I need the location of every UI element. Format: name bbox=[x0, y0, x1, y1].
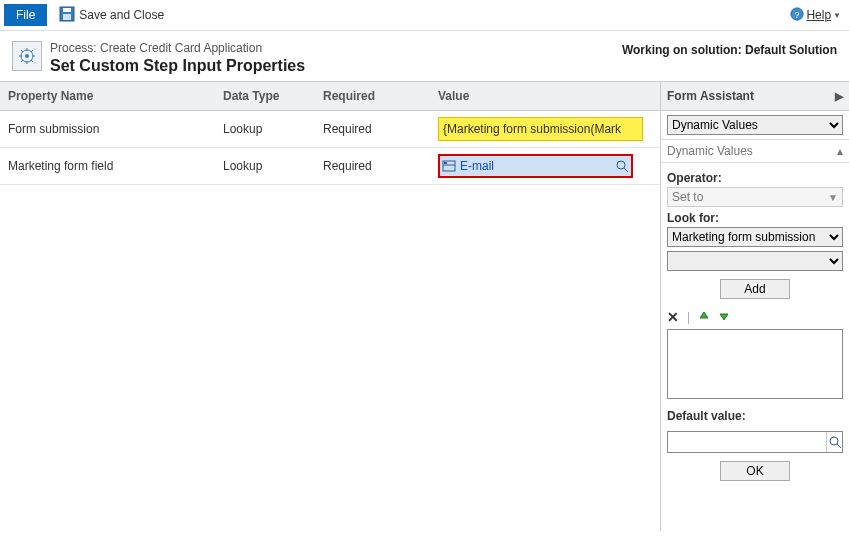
svg-text:?: ? bbox=[795, 9, 800, 19]
add-button[interactable]: Add bbox=[720, 279, 790, 299]
move-up-icon[interactable] bbox=[698, 310, 710, 325]
process-label: Process: Create Credit Card Application bbox=[50, 41, 305, 55]
process-icon bbox=[12, 41, 42, 71]
default-value-input-wrap bbox=[667, 431, 843, 453]
save-and-close-button[interactable]: Save and Close bbox=[55, 4, 168, 27]
collapse-icon: ▴ bbox=[837, 144, 843, 158]
look-for-attribute-select[interactable] bbox=[667, 251, 843, 271]
col-header-name[interactable]: Property Name bbox=[0, 89, 223, 103]
form-assistant-title: Form Assistant bbox=[667, 89, 754, 103]
form-assistant-panel: Form Assistant ▶ Dynamic Values Dynamic … bbox=[660, 82, 849, 531]
value-dynamic-token[interactable]: {Marketing form submission(Mark bbox=[438, 117, 643, 141]
dynamic-values-listbox[interactable] bbox=[667, 329, 843, 399]
top-toolbar: File Save and Close ? Help ▼ bbox=[0, 0, 849, 31]
dropdown-arrow-icon: ▼ bbox=[828, 192, 838, 203]
svg-rect-9 bbox=[444, 162, 447, 164]
svg-point-6 bbox=[25, 54, 29, 58]
save-icon bbox=[59, 6, 75, 25]
cell-required: Required bbox=[323, 159, 428, 173]
separator: | bbox=[687, 310, 690, 324]
assistant-mode-select[interactable]: Dynamic Values bbox=[667, 115, 843, 135]
cell-name: Form submission bbox=[0, 122, 223, 136]
help-label: Help bbox=[806, 8, 831, 22]
svg-point-12 bbox=[830, 437, 838, 445]
svg-point-10 bbox=[617, 161, 625, 169]
col-header-value[interactable]: Value bbox=[428, 89, 660, 103]
form-assistant-header[interactable]: Form Assistant ▶ bbox=[661, 82, 849, 111]
chevron-right-icon: ▶ bbox=[835, 90, 843, 103]
lookup-value-text: E-mail bbox=[458, 159, 613, 173]
cell-required: Required bbox=[323, 122, 428, 136]
default-value-input[interactable] bbox=[668, 432, 826, 452]
cell-type: Lookup bbox=[223, 122, 323, 136]
save-and-close-label: Save and Close bbox=[79, 8, 164, 22]
help-icon: ? bbox=[790, 7, 804, 24]
svg-line-11 bbox=[624, 168, 628, 172]
look-for-label: Look for: bbox=[667, 211, 843, 225]
cell-type: Lookup bbox=[223, 159, 323, 173]
grid-row: Marketing form field Lookup Required E-m… bbox=[0, 148, 660, 185]
ok-button[interactable]: OK bbox=[720, 461, 790, 481]
dropdown-arrow-icon: ▼ bbox=[833, 11, 841, 20]
col-header-required[interactable]: Required bbox=[323, 89, 428, 103]
svg-line-13 bbox=[837, 444, 841, 448]
grid-row: Form submission Lookup Required {Marketi… bbox=[0, 111, 660, 148]
col-header-type[interactable]: Data Type bbox=[223, 89, 323, 103]
properties-grid: Property Name Data Type Required Value F… bbox=[0, 82, 660, 531]
solution-label: Working on solution: Default Solution bbox=[622, 41, 837, 57]
operator-select[interactable]: Set to ▼ bbox=[667, 187, 843, 207]
move-down-icon[interactable] bbox=[718, 310, 730, 325]
value-lookup-field[interactable]: E-mail bbox=[438, 154, 633, 178]
dynamic-values-section-header[interactable]: Dynamic Values ▴ bbox=[661, 139, 849, 163]
lookup-search-icon[interactable] bbox=[613, 159, 631, 173]
default-value-lookup-icon[interactable] bbox=[826, 432, 842, 452]
entity-icon bbox=[440, 159, 458, 173]
default-value-label: Default value: bbox=[667, 409, 843, 423]
operator-value: Set to bbox=[672, 190, 703, 204]
grid-header-row: Property Name Data Type Required Value bbox=[0, 82, 660, 111]
look-for-entity-select[interactable]: Marketing form submission bbox=[667, 227, 843, 247]
remove-icon[interactable]: ✕ bbox=[667, 309, 679, 325]
help-menu[interactable]: ? Help ▼ bbox=[786, 5, 845, 26]
dynamic-values-label: Dynamic Values bbox=[667, 144, 753, 158]
svg-rect-2 bbox=[63, 14, 71, 20]
file-menu-button[interactable]: File bbox=[4, 4, 47, 26]
page-title: Set Custom Step Input Properties bbox=[50, 57, 305, 75]
operator-label: Operator: bbox=[667, 171, 843, 185]
cell-name: Marketing form field bbox=[0, 159, 223, 173]
horizontal-scrollbar[interactable] bbox=[0, 513, 660, 531]
svg-rect-1 bbox=[63, 8, 71, 12]
page-header: Process: Create Credit Card Application … bbox=[0, 31, 849, 81]
